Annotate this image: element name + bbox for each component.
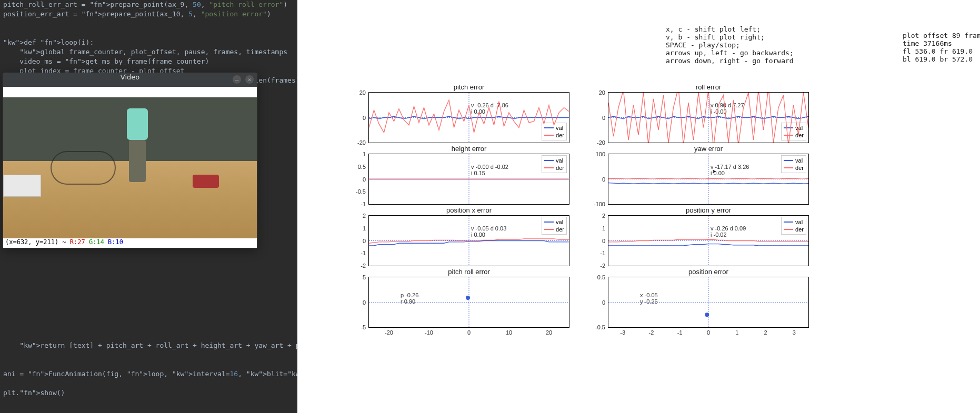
chart-posy: position y error210-1-2valderv -0.26 d 0… xyxy=(608,215,809,266)
chart-title: position x error xyxy=(369,206,569,214)
x-tick: 1 xyxy=(735,327,738,336)
y-tick: 1 xyxy=(345,151,369,157)
y-tick: -100 xyxy=(584,201,608,207)
chart-title: pitch error xyxy=(369,83,569,91)
y-tick: 0 xyxy=(584,115,608,121)
y-tick: -20 xyxy=(584,139,608,146)
y-tick: 0.5 xyxy=(345,164,369,170)
y-tick: 1 xyxy=(345,225,369,231)
x-tick: -1 xyxy=(677,327,683,336)
chart-title: yaw error xyxy=(608,145,808,153)
x-tick: 10 xyxy=(506,327,512,336)
y-tick: 20 xyxy=(345,89,369,96)
y-tick: 1 xyxy=(584,225,608,231)
y-tick: 2 xyxy=(345,213,369,219)
y-tick: 20 xyxy=(584,89,608,96)
y-tick: 0 xyxy=(345,115,369,121)
y-tick: 0 xyxy=(584,299,608,306)
x-tick: -10 xyxy=(425,327,433,336)
chart-poserr: position error0.50-0.5-3-2-10123x -0.05 … xyxy=(608,277,809,328)
chart-title: height error xyxy=(369,145,569,153)
window-titlebar[interactable]: Video – × xyxy=(3,73,257,87)
svg-point-17 xyxy=(705,313,709,317)
y-tick: -1 xyxy=(584,250,608,256)
x-tick: -2 xyxy=(649,327,654,336)
y-tick: -0.5 xyxy=(345,188,369,195)
minimize-icon[interactable]: – xyxy=(233,75,241,84)
y-tick: -0.5 xyxy=(584,324,608,330)
x-tick: 2 xyxy=(764,327,767,336)
y-tick: 0 xyxy=(584,238,608,244)
x-tick: 3 xyxy=(793,327,796,336)
y-tick: -1 xyxy=(345,250,369,256)
chart-title: roll error xyxy=(608,83,808,91)
x-tick: 20 xyxy=(546,327,552,336)
video-window[interactable]: Video – × (x=632, y=211) ~ R:27 G:14 B:1… xyxy=(3,73,257,248)
y-tick: -2 xyxy=(345,263,369,269)
y-tick: 0 xyxy=(584,176,608,183)
y-tick: -1 xyxy=(345,201,369,207)
video-blank-strip xyxy=(3,87,257,97)
chart-title: pitch roll error xyxy=(369,268,569,276)
y-tick: 5 xyxy=(345,274,369,280)
chart-prerr: pitch roll error50-5-20-1001020p -0.26 r… xyxy=(368,277,569,328)
x-tick: -3 xyxy=(620,327,625,336)
chart-title: position error xyxy=(608,268,808,276)
chart-title: position y error xyxy=(608,206,808,214)
matplotlib-figure[interactable]: x, c - shift plot left; v, b - shift plo… xyxy=(297,0,980,413)
chart-roll: roll error200-20valderv 0.90 d 7.27 i -0… xyxy=(608,92,809,143)
help-text: x, c - shift plot left; v, b - shift plo… xyxy=(666,25,794,65)
y-tick: -20 xyxy=(345,139,369,146)
y-tick: 0 xyxy=(345,238,369,244)
y-tick: -5 xyxy=(345,324,369,330)
y-tick: 0 xyxy=(345,176,369,183)
svg-point-14 xyxy=(466,296,470,300)
chart-height: height error10.50-0.5-1valderv -0.00 d -… xyxy=(368,154,569,205)
chart-posx: position x error210-1-2valderv -0.05 d 0… xyxy=(368,215,569,266)
status-text: plot offset 89 frames time 37166ms fl 53… xyxy=(903,32,980,63)
y-tick: 2 xyxy=(584,213,608,219)
video-pixel-readout: (x=632, y=211) ~ R:27 G:14 B:10 xyxy=(3,238,257,248)
y-tick: 100 xyxy=(584,151,608,157)
y-tick: 0 xyxy=(345,299,369,306)
close-icon[interactable]: × xyxy=(245,75,254,84)
chart-pitch: pitch error200-20valderv -0.26 d -7.86 i… xyxy=(368,92,569,143)
chart-yaw: yaw error1000-100valderv -17.17 d 3.26 i… xyxy=(608,154,809,205)
y-tick: 0.5 xyxy=(584,274,608,280)
y-tick: -2 xyxy=(584,263,608,269)
x-tick: 0 xyxy=(707,327,710,336)
x-tick: -20 xyxy=(385,327,393,336)
x-tick: 0 xyxy=(467,327,471,336)
window-title: Video xyxy=(121,73,139,81)
video-frame xyxy=(3,97,257,238)
